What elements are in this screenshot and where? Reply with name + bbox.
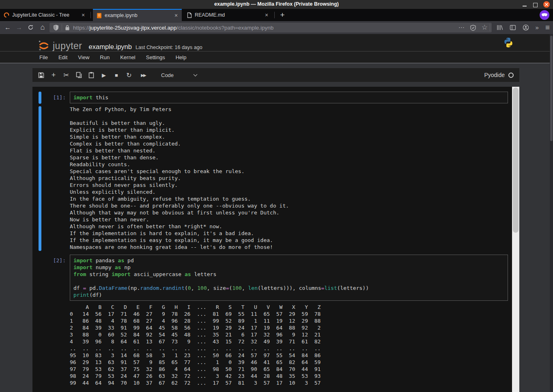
account-icon[interactable]	[523, 24, 529, 31]
menu-view[interactable]: View	[73, 54, 95, 60]
copy-icon	[76, 72, 82, 78]
tab-title: JupyterLite Classic - Tree	[12, 12, 80, 18]
tab-separator	[90, 12, 91, 18]
add-cell-button[interactable]: +	[49, 70, 58, 80]
code-line: import pandas as pd	[73, 257, 504, 264]
bookmark-star-icon[interactable]: ☆	[482, 23, 488, 32]
notebook-cells-area: [1]: import this The Zen of Python, by T…	[32, 87, 512, 392]
code-line: from string import ascii_uppercase as le…	[73, 271, 504, 278]
code-line: print(df)	[73, 291, 504, 298]
dataframe-output: A B C D E F G H I ... R S T U V W X Y Z …	[70, 304, 512, 392]
window-maximize-button[interactable]	[532, 1, 538, 8]
kernel-indicator: Pyodide	[484, 72, 519, 78]
menu-edit[interactable]: Edit	[53, 54, 73, 60]
copy-cell-button[interactable]	[74, 70, 83, 80]
cut-cell-button[interactable]: ✂	[62, 70, 71, 80]
tab-separator	[274, 12, 275, 18]
kernel-name: Pyodide	[484, 72, 505, 78]
notebook-toolbar: + ✂ ▶ ■ ↻ ▶▶ Code	[32, 68, 519, 82]
close-icon	[544, 2, 549, 6]
urlbar-separator	[62, 24, 62, 31]
restart-run-all-button[interactable]: ▶▶	[137, 70, 149, 80]
menu-help[interactable]: Help	[170, 54, 192, 60]
cell-type-value: Code	[161, 72, 174, 78]
menu-file[interactable]: File	[34, 54, 53, 60]
url-text: https://jupyterlite-25uzjsvag-jtpx.verce…	[73, 25, 273, 31]
cell-2-output-area: A B C D E F G H I ... R S T U V W X Y Z …	[32, 303, 512, 392]
tracking-protection-shield-icon	[53, 24, 59, 31]
tab-title: README.md	[195, 12, 263, 18]
window-titlebar: example.ipynb — Mozilla Firefox (Private…	[0, 0, 553, 9]
tab-readme-md[interactable]: README.md ×	[183, 9, 272, 21]
code-line: df = pd.DataFrame(np.random.randint(0, 1…	[73, 285, 504, 291]
notebook-scrollbar[interactable]	[512, 87, 519, 392]
tab-jupyterlite-tree[interactable]: JupyterLite Classic - Tree ×	[0, 9, 89, 21]
overflow-menu-icon[interactable]: »	[536, 23, 539, 32]
new-tab-button[interactable]: +	[277, 10, 288, 20]
hamburger-menu-icon[interactable]: ≡	[545, 23, 550, 32]
page-actions-icon[interactable]: ⋯	[458, 23, 465, 32]
menu-run[interactable]: Run	[95, 54, 115, 60]
selected-cell-output-bar	[39, 106, 41, 251]
sidebars-icon[interactable]	[510, 24, 516, 31]
notebook-container: + ✂ ▶ ■ ↻ ▶▶ Code	[32, 68, 519, 392]
checkpoint-status: Last Checkpoint: 16 days ago	[136, 45, 202, 50]
tab-close-icon[interactable]: ×	[173, 12, 179, 19]
run-cell-button[interactable]: ▶	[99, 70, 108, 80]
menu-kernel[interactable]: Kernel	[115, 54, 141, 60]
interrupt-kernel-button[interactable]: ■	[112, 70, 121, 80]
notebook-scrollbar-thumb[interactable]	[513, 88, 519, 233]
jupyter-logo-icon[interactable]	[37, 39, 50, 51]
back-button[interactable]: ←	[2, 23, 13, 32]
url-path: /classic/notebooks?path=example.ipynb	[176, 25, 273, 31]
input-prompt: [2]:	[32, 255, 66, 263]
kernel-idle-icon	[508, 73, 514, 78]
url-scheme: https://	[73, 25, 90, 31]
url-domain: jupyterlite-25uzjsvag-jtpx.vercel.app	[90, 25, 177, 31]
notebook-page-body: + ✂ ▶ ■ ↻ ▶▶ Code	[0, 64, 553, 392]
paste-icon	[88, 72, 94, 78]
code-input-2[interactable]: import pandas as pd import numpy as np f…	[70, 255, 508, 301]
lock-icon	[65, 25, 70, 31]
selected-cell-input-bar	[39, 92, 41, 104]
tab-example-ipynb[interactable]: example.ipynb ×	[93, 9, 182, 21]
navbar-right-icons: » ≡	[490, 23, 550, 32]
notebook-menubar: File Edit View Run Kernel Settings Help	[0, 51, 553, 63]
jupyter-brand-text[interactable]: jupyter	[53, 41, 82, 51]
jupyter-header: jupyter example.ipynb Last Checkpoint: 1…	[0, 34, 553, 51]
save-button[interactable]	[37, 70, 45, 80]
restart-kernel-button[interactable]: ↻	[125, 70, 133, 80]
code-line: import this	[73, 94, 504, 101]
tab-close-icon[interactable]: ×	[263, 12, 270, 18]
cell-type-select[interactable]: Code	[158, 70, 200, 80]
library-icon[interactable]	[497, 24, 503, 31]
code-line: import numpy as np	[73, 264, 504, 271]
python-kernel-logo-icon	[503, 37, 514, 48]
code-cell-2[interactable]: [2]: import pandas as pd import numpy as…	[32, 255, 512, 301]
navbar-separator	[490, 24, 490, 31]
reload-button[interactable]	[25, 23, 36, 32]
code-input-1[interactable]: import this	[70, 92, 508, 103]
save-icon	[38, 72, 44, 78]
tab-close-icon[interactable]: ×	[80, 12, 86, 18]
markdown-file-icon	[187, 12, 192, 18]
permissions-shield-icon[interactable]	[470, 25, 476, 31]
chevron-down-icon	[194, 73, 198, 77]
zen-of-python-output: The Zen of Python, by Tim Peters Beautif…	[70, 106, 512, 251]
paste-cell-button[interactable]	[87, 70, 96, 80]
cell-1-output-area: The Zen of Python, by Tim Peters Beautif…	[32, 106, 512, 251]
notebook-file-icon	[97, 13, 102, 19]
browser-scrollbar-thumb[interactable]	[550, 36, 553, 141]
browser-navbar: ← → ⌂ https://jupyterlite-25uzjsvag-jtpx…	[0, 21, 553, 34]
window-title: example.ipynb — Mozilla Firefox (Private…	[0, 1, 553, 7]
browser-tabbar: JupyterLite Classic - Tree × example.ipy…	[0, 9, 553, 21]
browser-scrollbar[interactable]	[550, 34, 553, 392]
window-minimize-button[interactable]	[521, 1, 528, 8]
code-cell-1[interactable]: [1]: import this	[32, 92, 512, 103]
menu-settings[interactable]: Settings	[141, 54, 170, 60]
window-close-button[interactable]	[543, 1, 550, 8]
notebook-filename[interactable]: example.ipynb	[89, 43, 132, 51]
url-bar[interactable]: https://jupyterlite-25uzjsvag-jtpx.verce…	[49, 23, 492, 32]
home-button[interactable]: ⌂	[37, 23, 48, 32]
forward-button[interactable]: →	[14, 23, 24, 32]
